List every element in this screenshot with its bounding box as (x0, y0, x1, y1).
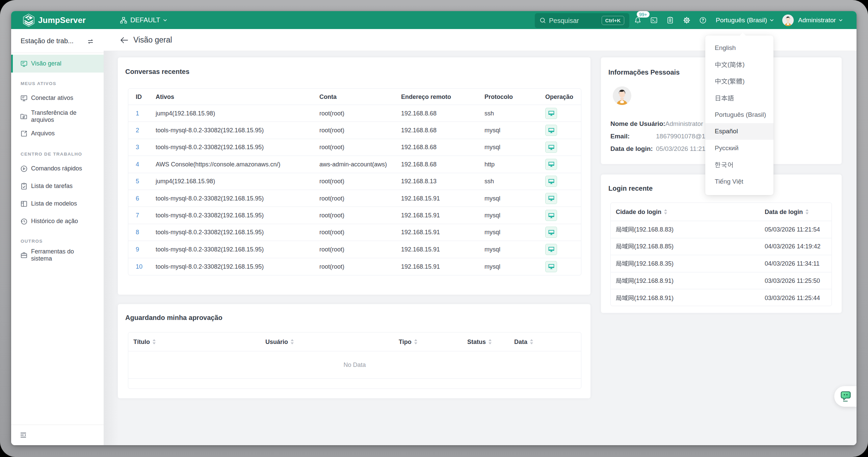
svg-text:?: ? (702, 18, 704, 23)
